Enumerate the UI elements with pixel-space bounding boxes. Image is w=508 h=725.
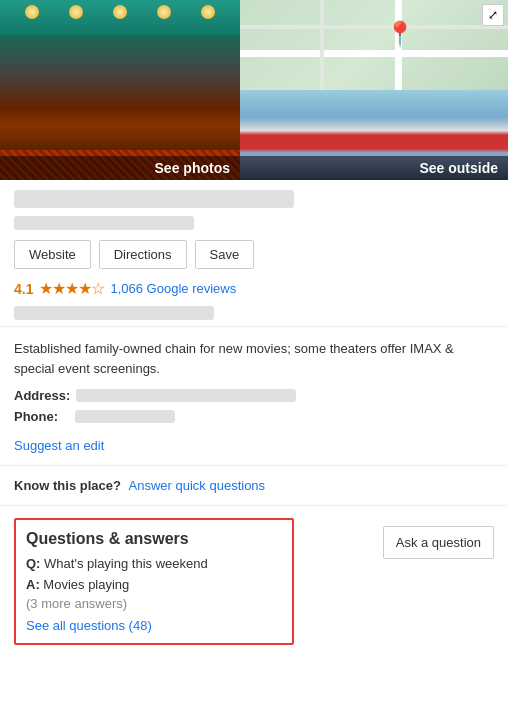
rating-row: 4.1 ★★★★☆ 1,066 Google reviews <box>14 279 494 298</box>
map-expand-button[interactable]: ⤢ <box>482 4 504 26</box>
phone-value-blurred <box>75 410 175 423</box>
ask-question-button[interactable]: Ask a question <box>383 526 494 559</box>
photo-section: See photos 📍 <box>0 0 508 180</box>
interior-photo[interactable]: See photos <box>0 0 240 180</box>
see-outside-label[interactable]: See outside <box>240 156 508 180</box>
expand-icon: ⤢ <box>488 8 498 22</box>
answer-questions-link[interactable]: Answer quick questions <box>129 478 266 493</box>
directions-button[interactable]: Directions <box>99 240 187 269</box>
save-button[interactable]: Save <box>195 240 255 269</box>
phone-row: Phone: <box>14 409 494 424</box>
qa-section: Questions & answers Q: What's playing th… <box>0 506 508 657</box>
suggest-edit-link[interactable]: Suggest an edit <box>14 438 104 453</box>
rating-value: 4.1 <box>14 281 33 297</box>
address-label: Address: <box>14 388 70 403</box>
website-button[interactable]: Website <box>14 240 91 269</box>
hours-blurred <box>14 306 214 320</box>
outside-photo[interactable]: See outside <box>240 90 508 180</box>
qa-see-all-link[interactable]: See all questions (48) <box>26 618 152 633</box>
details-section: Established family-owned chain for new m… <box>0 327 508 466</box>
q-label: Q: <box>26 556 40 571</box>
qa-box: Questions & answers Q: What's playing th… <box>14 518 294 645</box>
see-photos-label[interactable]: See photos <box>0 156 240 180</box>
a-label: A: <box>26 577 40 592</box>
qa-header: Questions & answers <box>26 530 282 548</box>
rating-stars: ★★★★☆ <box>39 279 104 298</box>
know-section: Know this place? Answer quick questions <box>0 466 508 506</box>
qa-answer: A: Movies playing <box>26 577 282 592</box>
qa-question-text: What's playing this weekend <box>44 556 208 571</box>
place-name-blurred <box>14 190 294 208</box>
qa-more-answers: (3 more answers) <box>26 596 282 611</box>
action-buttons: Website Directions Save <box>14 240 494 269</box>
address-value-blurred <box>76 389 296 402</box>
address-row: Address: <box>14 388 494 403</box>
phone-label: Phone: <box>14 409 69 424</box>
know-label: Know this place? <box>14 478 121 493</box>
map-thumbnail[interactable]: 📍 ⤢ <box>240 0 508 90</box>
qa-question: Q: What's playing this weekend <box>26 556 282 571</box>
map-pin: 📍 <box>385 20 415 48</box>
info-section: Website Directions Save 4.1 ★★★★☆ 1,066 … <box>0 180 508 327</box>
place-sub-blurred <box>14 216 194 230</box>
place-description: Established family-owned chain for new m… <box>14 339 494 378</box>
reviews-link[interactable]: 1,066 Google reviews <box>110 281 236 296</box>
qa-answer-text: Movies playing <box>43 577 129 592</box>
